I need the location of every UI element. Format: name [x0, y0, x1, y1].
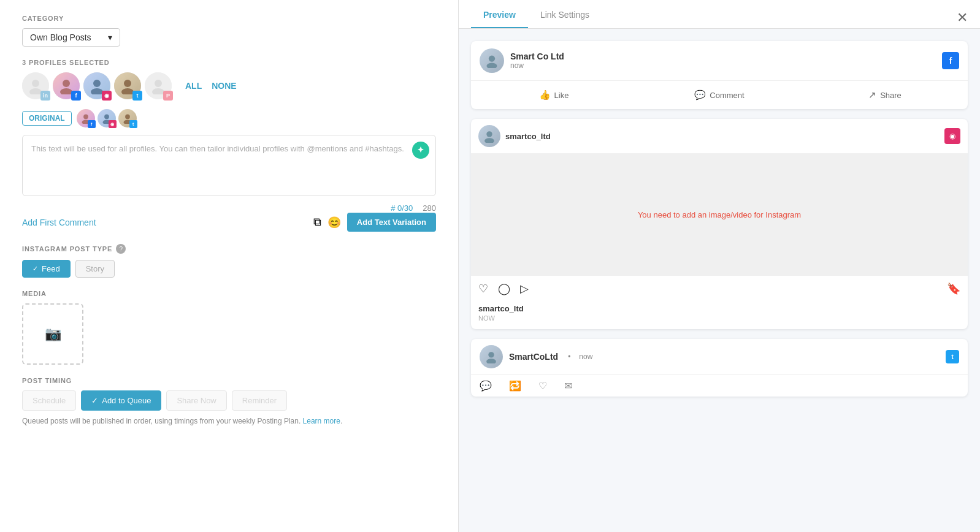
profile-avatar-2[interactable]: f: [53, 72, 80, 99]
close-button[interactable]: ✕: [957, 10, 968, 26]
share-now-button[interactable]: Share Now: [166, 390, 226, 411]
learn-more-link[interactable]: Learn more: [303, 417, 340, 425]
add-text-variation-button[interactable]: Add Text Variation: [347, 213, 436, 232]
right-panel: ✕ Preview Link Settings Smart Co Ltd now…: [459, 0, 980, 532]
help-icon[interactable]: ?: [116, 244, 126, 254]
svg-point-21: [486, 359, 496, 363]
svg-point-10: [83, 115, 88, 120]
media-label: MEDIA: [22, 290, 436, 297]
svg-point-5: [91, 88, 103, 94]
like-label: Like: [554, 91, 569, 100]
facebook-social-icon: f: [942, 52, 959, 69]
queued-note: Queued posts will be published in order,…: [22, 417, 436, 425]
add-first-comment-button[interactable]: Add First Comment: [22, 218, 96, 227]
facebook-like-action[interactable]: 👍 Like: [471, 86, 637, 104]
emoji-icon[interactable]: 😊: [327, 216, 341, 229]
tab-avatar-3[interactable]: t: [118, 109, 137, 127]
story-button[interactable]: Story: [75, 260, 115, 278]
instagram-preview-card: smartco_ltd ◉ You need to add an image/v…: [471, 119, 968, 329]
twitter-time: now: [579, 352, 592, 361]
profiles-row: in f ◉ t: [22, 72, 436, 99]
twitter-card-header: SmartCoLtd • now t: [471, 339, 968, 374]
checkmark-icon: ✓: [91, 396, 98, 405]
ai-assist-icon[interactable]: [412, 142, 429, 159]
hashtag-count: # 0/30: [391, 203, 413, 213]
instagram-post-type-section: INSTAGRAM POST TYPE ? ✓ Feed Story: [22, 244, 436, 278]
facebook-comment-action[interactable]: 💬 Comment: [637, 86, 802, 104]
instagram-avatar: [478, 125, 500, 147]
twitter-social-icon: t: [946, 350, 959, 363]
right-tabs: Preview Link Settings: [459, 0, 980, 29]
tab-avatar-2[interactable]: ◉: [98, 109, 116, 127]
tab-avatar-1[interactable]: f: [77, 109, 95, 127]
original-tab[interactable]: ORIGINAL: [22, 111, 72, 126]
add-to-queue-button[interactable]: ✓ Add to Queue: [81, 390, 161, 411]
reminder-button[interactable]: Reminder: [232, 390, 287, 411]
profile-avatar-5[interactable]: P: [145, 72, 172, 99]
tw-like-icon[interactable]: ♡: [538, 380, 547, 392]
twitter-badge: t: [132, 91, 142, 101]
facebook-badge: f: [71, 91, 81, 101]
facebook-post-time: now: [510, 61, 564, 70]
category-dropdown[interactable]: Own Blog Posts ▾: [22, 28, 120, 47]
facebook-share-action[interactable]: ↗ Share: [802, 86, 968, 104]
ig-share-icon[interactable]: ▷: [520, 282, 529, 295]
svg-point-2: [63, 80, 70, 87]
post-timing-section: POST TIMING Schedule ✓ Add to Queue Shar…: [22, 377, 436, 425]
svg-point-16: [489, 55, 495, 61]
instagram-footer-time: NOW: [478, 314, 960, 322]
all-button[interactable]: ALL: [183, 80, 204, 92]
svg-point-18: [486, 131, 492, 137]
tab-profile-avatars: f ◉ t: [77, 109, 137, 127]
share-label: Share: [880, 91, 902, 100]
svg-point-0: [32, 80, 39, 87]
twitter-dot: •: [568, 352, 570, 361]
svg-point-9: [152, 88, 164, 94]
preview-tab[interactable]: Preview: [471, 0, 528, 28]
svg-point-3: [60, 88, 72, 94]
tw-retweet-icon[interactable]: 🔁: [509, 380, 521, 392]
category-section: CATEGORY Own Blog Posts ▾: [22, 15, 436, 47]
checkmark-icon: ✓: [33, 265, 38, 273]
comment-label: Comment: [710, 91, 744, 100]
tw-mail-icon[interactable]: ✉: [564, 380, 572, 392]
none-button[interactable]: NONE: [209, 80, 239, 92]
instagram-username: smartco_ltd: [505, 132, 551, 141]
link-settings-tab[interactable]: Link Settings: [528, 0, 602, 28]
feed-button[interactable]: ✓ Feed: [22, 260, 71, 278]
instagram-type-label: INSTAGRAM POST TYPE: [22, 245, 112, 253]
char-count-row: # 0/30 280: [22, 203, 436, 213]
facebook-card-info: Smart Co Ltd now: [510, 51, 564, 70]
tabs-row: ORIGINAL f ◉ t: [22, 109, 436, 127]
text-input-area[interactable]: This text will be used for all profiles.…: [22, 135, 436, 196]
twitter-actions: 💬 🔁 ♡ ✉: [471, 374, 968, 397]
svg-point-12: [104, 115, 109, 120]
tw-reply-icon[interactable]: 💬: [480, 380, 492, 392]
media-upload-box[interactable]: 📷: [22, 303, 83, 365]
tab-badge-fb: f: [88, 120, 96, 128]
pinterest-badge: P: [163, 91, 173, 101]
ig-comment-icon[interactable]: ◯: [498, 282, 510, 295]
twitter-preview-card: SmartCoLtd • now t 💬 🔁 ♡ ✉: [471, 339, 968, 397]
all-none-buttons: ALL NONE: [183, 80, 239, 92]
instagram-footer-username: smartco_ltd: [478, 304, 960, 313]
textarea-actions: Add First Comment ⧉ 😊 Add Text Variation: [22, 213, 436, 232]
char-count: 280: [423, 203, 436, 213]
copy-icon[interactable]: ⧉: [313, 216, 321, 229]
tab-badge-ig: ◉: [109, 120, 117, 128]
instagram-footer: smartco_ltd NOW: [471, 302, 968, 329]
profiles-label: 3 PROFILES SELECTED: [22, 59, 436, 66]
profile-avatar-4[interactable]: t: [114, 72, 141, 99]
instagram-warning: You need to add an image/video for Insta…: [626, 198, 813, 232]
chevron-down-icon: ▾: [108, 32, 112, 42]
ig-bookmark-icon[interactable]: 🔖: [947, 282, 960, 295]
facebook-card-actions: 👍 Like 💬 Comment ↗ Share: [471, 80, 968, 109]
schedule-button[interactable]: Schedule: [22, 390, 76, 411]
profile-avatar-ghost[interactable]: in: [22, 72, 49, 99]
right-actions: ⧉ 😊 Add Text Variation: [313, 213, 436, 232]
media-section: MEDIA 📷: [22, 290, 436, 365]
ig-heart-icon[interactable]: ♡: [478, 282, 488, 295]
linkedin-badge: in: [40, 91, 50, 101]
profile-avatar-3[interactable]: ◉: [83, 72, 110, 99]
svg-point-20: [488, 352, 494, 357]
